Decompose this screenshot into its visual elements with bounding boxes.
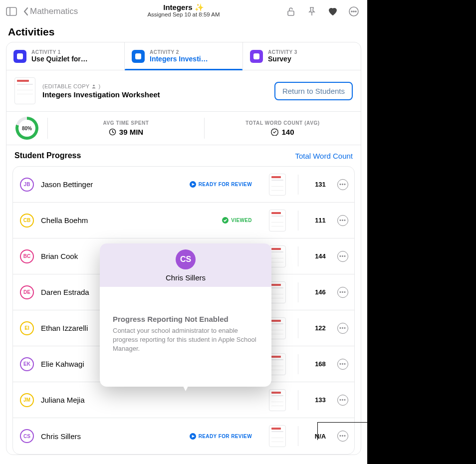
popover-avatar: CS [176,249,196,269]
editable-copy-tag: (EDITABLE COPY ) [42,83,160,89]
student-popover: CS Chris Sillers Progress Reporting Not … [100,243,271,387]
stat-avg-time: AVG TIME SPENT 39 MIN [52,120,200,136]
avatar: JM [20,393,34,407]
student-row[interactable]: JMJuliana Mejia133••• [13,382,354,418]
activity-icon [250,50,263,63]
word-count-value: 144 [310,252,330,260]
student-name: Chris Sillers [41,432,183,441]
tab-activity-3[interactable]: ACTIVITY 3Survey [243,42,361,70]
student-row[interactable]: CBChella BoehmVIEWED111••• [13,203,354,238]
avatar: JB [20,178,34,192]
submission-thumbnail[interactable] [269,389,286,411]
return-to-students-button[interactable]: Return to Students [274,82,353,100]
student-row[interactable]: JBJason BettingerREADY FOR REVIEW131••• [13,167,354,203]
row-more-button[interactable]: ••• [337,179,348,190]
page-title: Integers ✨ [147,3,220,11]
avatar: CB [20,214,34,228]
svg-rect-10 [253,53,259,59]
back-button[interactable]: Mathematics [23,6,78,16]
student-row[interactable]: CSChris SillersREADY FOR REVIEWN/A••• [13,418,354,454]
sidebar-toggle-icon[interactable] [3,3,20,20]
avatar: DE [20,285,34,299]
progress-ring: 80% [15,117,38,140]
activity-icon [13,50,26,63]
row-more-button[interactable]: ••• [337,251,348,262]
avatar: BC [20,249,34,263]
svg-point-6 [353,11,354,12]
tab-activity-2[interactable]: ACTIVITY 2Integers Investi… [125,42,243,70]
stat-word-count: TOTAL WORD COUNT (AVG) 140 [209,120,357,136]
person-icon [91,84,96,89]
word-count-value: 146 [310,288,330,296]
svg-point-5 [351,11,352,12]
total-word-count-link[interactable]: Total Word Count [295,152,353,160]
svg-rect-8 [17,53,23,59]
activity-icon [132,50,145,63]
student-name: Juliana Mejia [41,396,245,404]
row-more-button[interactable]: ••• [337,215,348,226]
submission-thumbnail[interactable] [269,210,286,232]
row-more-button[interactable]: ••• [337,287,348,298]
document-thumbnail[interactable] [14,77,35,104]
lock-icon[interactable] [282,3,299,20]
worksheet-title: Integers Investigation Worksheet [42,90,160,99]
status-ready-for-review: READY FOR REVIEW [190,433,252,440]
popover-heading: Progress Reporting Not Enabled [113,315,258,323]
avatar: EI [20,321,34,335]
student-progress-header: Student Progress Total Word Count [6,145,361,163]
submission-thumbnail[interactable] [269,353,286,375]
activity-tabs: ACTIVITY 1Use Quizlet for…ACTIVITY 2Inte… [6,42,361,70]
activities-heading: Activities [0,23,367,42]
svg-rect-2 [288,11,294,15]
status-ready-for-review: READY FOR REVIEW [190,181,252,188]
pin-icon[interactable] [303,3,320,20]
svg-rect-0 [6,7,16,15]
student-name: Jason Bettinger [41,180,183,189]
tab-activity-1[interactable]: ACTIVITY 1Use Quizlet for… [6,42,125,70]
worksheet-row: (EDITABLE COPY ) Integers Investigation … [6,70,361,112]
page-subtitle: Assigned Sep 10 at 8:59 AM [147,11,220,17]
word-count-value: 111 [310,217,330,224]
submission-thumbnail[interactable] [269,281,286,303]
svg-point-11 [93,84,95,86]
svg-rect-9 [135,53,141,59]
popover-body: Contact your school administrator to ena… [113,326,258,353]
top-bar: Mathematics Integers ✨ Assigned Sep 10 a… [0,0,367,23]
status-viewed: VIEWED [222,217,252,224]
heart-icon[interactable] [324,3,341,20]
row-more-button[interactable]: ••• [337,431,348,442]
word-count-value: 122 [310,324,330,332]
word-count-value: 131 [310,181,330,188]
badge-icon [271,128,278,136]
stats-row: 80% AVG TIME SPENT 39 MIN TOTAL WORD COU… [6,112,361,145]
student-progress-title: Student Progress [14,151,81,160]
more-icon[interactable] [345,3,362,20]
submission-thumbnail[interactable] [269,425,286,447]
student-name: Chella Boehm [41,216,215,225]
submission-thumbnail[interactable] [269,245,286,267]
avatar: CS [20,429,34,443]
submission-thumbnail[interactable] [269,174,286,196]
word-count-value: N/A [310,433,330,440]
word-count-value: 133 [310,396,330,404]
row-more-button[interactable]: ••• [337,323,348,334]
avatar: EK [20,357,34,371]
word-count-value: 168 [310,360,330,368]
popover-name: Chris Sillers [166,273,206,282]
svg-point-7 [355,11,356,12]
row-more-button[interactable]: ••• [337,359,348,370]
clock-icon [109,128,116,136]
row-more-button[interactable]: ••• [337,395,348,406]
back-label: Mathematics [30,6,78,16]
submission-thumbnail[interactable] [269,317,286,339]
